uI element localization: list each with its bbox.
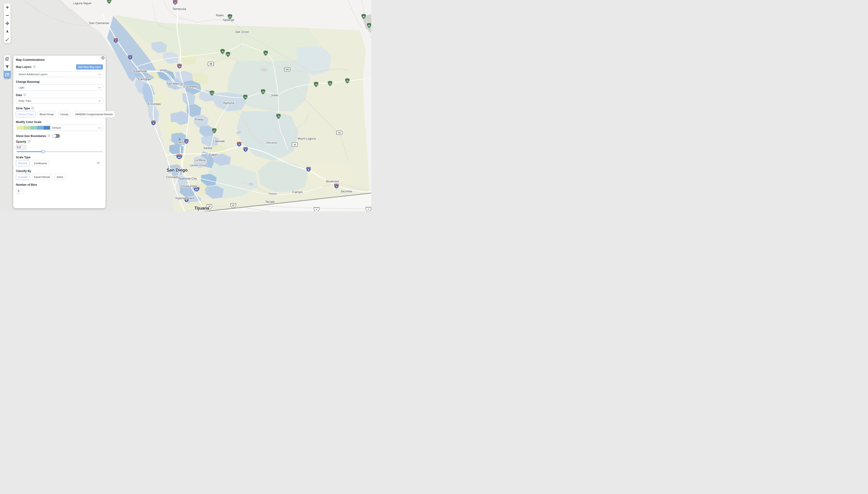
svg-text:78: 78 xyxy=(262,91,264,93)
svg-text:5: 5 xyxy=(130,57,131,59)
zone-type-census-tract[interactable]: Census Tract xyxy=(16,111,35,117)
opacity-input[interactable] xyxy=(16,145,26,150)
classify-by-quantile[interactable]: Quantile xyxy=(16,174,30,180)
map-label: Carlsbad xyxy=(138,77,151,81)
map-label: Escondido xyxy=(183,85,198,88)
scale-type-continuous[interactable]: Continuous xyxy=(32,160,49,166)
svg-text:78: 78 xyxy=(315,83,317,86)
svg-text:S1: S1 xyxy=(294,144,296,146)
svg-text:79: 79 xyxy=(265,52,267,54)
svg-text:S6: S6 xyxy=(209,63,212,65)
county-shield: S2 xyxy=(336,131,342,135)
svg-text:5: 5 xyxy=(153,122,154,125)
map-customizations-tool-button[interactable] xyxy=(4,71,11,79)
map-label: La Mesa xyxy=(195,158,205,162)
chevron-down-icon xyxy=(98,86,101,88)
map-label: Mount Laguna xyxy=(298,137,316,140)
map-label: Lakeside xyxy=(213,139,225,143)
zone-type-sandag[interactable]: SANDAG Congressional Districts xyxy=(73,111,115,117)
map-label: Chula Vista xyxy=(181,184,197,188)
county-shield: S22 xyxy=(284,68,290,71)
classify-by-label: Classify By xyxy=(16,169,103,173)
map-label: Aguanga xyxy=(223,18,234,21)
map-label: Ramona xyxy=(223,101,234,105)
map-layers-label: Map Layers ⓘ xyxy=(16,65,36,69)
svg-text:2D: 2D xyxy=(232,205,235,207)
map-label: Tijuana xyxy=(195,206,209,211)
data-select[interactable]: Daily Trips xyxy=(16,98,103,103)
additional-layers-select[interactable]: Select Additional Layers xyxy=(16,71,103,77)
compass-button[interactable] xyxy=(4,27,11,36)
svg-text:S22: S22 xyxy=(285,68,289,71)
county-shield: S1 xyxy=(292,142,298,147)
zoom-out-button[interactable] xyxy=(4,11,11,19)
map-label: San Marcos xyxy=(166,82,184,86)
map-label: Oak Grove xyxy=(235,30,249,34)
svg-text:8: 8 xyxy=(336,186,337,188)
map-label: Santee xyxy=(203,147,213,150)
map-label: Coronado xyxy=(166,175,179,179)
close-icon[interactable]: ✕ xyxy=(101,56,105,60)
info-icon[interactable]: ⓘ xyxy=(31,107,34,110)
info-icon[interactable]: ⓘ xyxy=(28,140,31,143)
svg-text:8: 8 xyxy=(245,149,246,151)
map-label: El Cajon xyxy=(205,153,217,156)
map-nav-controls xyxy=(4,3,11,43)
map-label: Descanso xyxy=(266,141,277,144)
reverse-scale-icon[interactable]: ⇌ xyxy=(97,161,100,165)
map-label: Lemon Grove xyxy=(190,164,207,167)
change-basemap-label: Change Basemap xyxy=(16,80,103,83)
info-icon[interactable]: ⓘ xyxy=(33,65,36,69)
svg-text:8: 8 xyxy=(308,169,309,171)
opacity-slider[interactable] xyxy=(16,150,103,153)
map-label: NKX xyxy=(178,141,184,144)
svg-text:371: 371 xyxy=(228,16,231,18)
mx-shield: 2 xyxy=(366,207,371,211)
scale-type-discrete[interactable]: Discrete xyxy=(16,160,30,166)
svg-text:74: 74 xyxy=(108,0,110,2)
chevron-down-icon xyxy=(98,99,101,101)
add-new-map-layer-button[interactable]: Add New Map layer xyxy=(76,64,103,70)
geolocate-button[interactable] xyxy=(4,19,11,27)
map-label: San Diego xyxy=(167,168,187,172)
map-label: Vista xyxy=(160,69,167,72)
svg-text:15: 15 xyxy=(185,141,187,143)
svg-text:76: 76 xyxy=(227,54,229,56)
basemap-select[interactable]: Light xyxy=(16,84,103,90)
info-icon[interactable]: ⓘ xyxy=(23,94,26,97)
color-scale-select[interactable]: Default xyxy=(16,125,103,131)
airport-icon: ✈ xyxy=(178,138,182,141)
svg-text:78: 78 xyxy=(346,80,349,82)
data-label: Data ⓘ xyxy=(16,93,103,97)
scale-type-label: Scale Type xyxy=(16,156,103,159)
map-application: 1555155158058880558874371767679787878796… xyxy=(0,0,371,211)
zone-type-block-group[interactable]: Block Group xyxy=(38,111,56,117)
zone-type-county[interactable]: County xyxy=(58,111,71,117)
opacity-slider-thumb[interactable] xyxy=(41,150,45,153)
chevron-down-icon xyxy=(98,73,101,75)
measure-distance-button[interactable] xyxy=(4,36,11,43)
mx-shield: 2D xyxy=(230,204,236,208)
classify-by-equal-interval[interactable]: Equal Interval xyxy=(32,174,52,180)
map-label: Radec xyxy=(216,14,224,17)
classify-by-jenks[interactable]: Jenks xyxy=(54,174,65,180)
map-label: Temecula xyxy=(172,7,186,11)
map-customizations-panel: ✕ Map Customizations Map Layers ⓘ Add Ne… xyxy=(13,56,106,208)
filter-tool-button[interactable] xyxy=(4,63,11,71)
map-label: Encinitas xyxy=(148,102,161,106)
number-of-bins-input[interactable] xyxy=(16,188,24,194)
svg-text:8: 8 xyxy=(239,144,240,146)
info-icon[interactable]: ⓘ xyxy=(48,135,51,137)
zone-type-options: Census Tract Block Group County SANDAG C… xyxy=(16,111,103,117)
map-label: Imperial Beach xyxy=(176,196,195,200)
modify-color-scale-label: Modify Color Scale xyxy=(16,120,103,124)
map-tools xyxy=(4,55,11,79)
map-label: Oceanside xyxy=(132,69,147,73)
geo-boundaries-toggle[interactable] xyxy=(52,134,60,138)
map-label: National City xyxy=(179,177,197,180)
svg-text:86: 86 xyxy=(368,25,370,27)
box-select-tool-button[interactable] xyxy=(4,55,11,63)
mx-shield: 2 xyxy=(314,207,319,211)
zoom-in-button[interactable] xyxy=(4,3,11,11)
svg-text:78: 78 xyxy=(329,82,331,85)
